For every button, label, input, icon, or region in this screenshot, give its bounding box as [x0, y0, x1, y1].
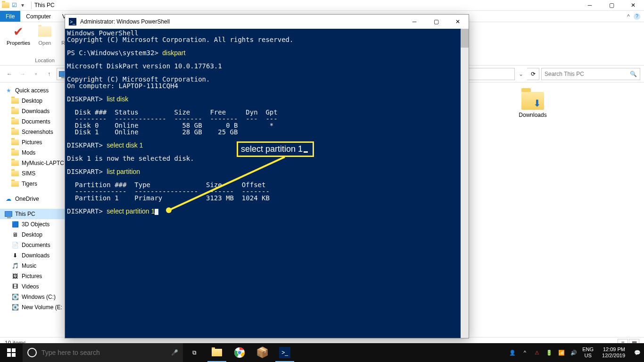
powershell-title: Administrator: Windows PowerShell [80, 18, 170, 25]
item-icon: 🎞 [11, 283, 19, 290]
explorer-icon [2, 1, 9, 9]
callout-text: select partition 1 [241, 144, 303, 154]
mic-icon[interactable]: 🎤 [171, 349, 178, 356]
ribbon-help-icon[interactable]: ? [634, 13, 640, 20]
item-icon: 🎵 [11, 262, 19, 270]
action-center-icon[interactable]: 💬 [634, 349, 641, 356]
nav-history-button[interactable]: ▾ [30, 68, 41, 80]
nav-forward-button[interactable]: → [17, 68, 28, 80]
star-icon: ★ [5, 87, 12, 94]
search-icon: 🔍 [630, 71, 637, 77]
tray-lang1[interactable]: ENG [582, 346, 594, 353]
ribbon-properties-button[interactable]: ✔ Properties [7, 24, 30, 46]
taskbar-search-input[interactable] [41, 349, 166, 356]
ps-minimize-button[interactable]: ─ [404, 15, 425, 29]
start-button[interactable] [0, 343, 23, 362]
taskview-icon: ⧉ [188, 346, 200, 359]
item-icon: 🟦 [11, 221, 19, 228]
folder-icon [11, 107, 19, 115]
item-icon: 🖼 [11, 272, 19, 280]
tray-clock[interactable]: 12:09 PM 12/2/2019 [598, 346, 629, 359]
svg-rect-3 [7, 353, 11, 357]
folder-icon [11, 139, 19, 146]
tray-lang2[interactable]: US [582, 353, 594, 359]
nav-up-button[interactable]: ↑ [43, 68, 55, 80]
refresh-button[interactable]: ⟳ [527, 68, 539, 80]
battery-icon[interactable]: 🔋 [545, 349, 553, 356]
tray-time: 12:09 PM [602, 346, 625, 353]
explorer-title: This PC [34, 2, 55, 8]
svg-rect-4 [12, 353, 16, 357]
ribbon-tab-computer[interactable]: Computer [20, 11, 57, 22]
explorer-taskbar-icon [211, 346, 223, 359]
item-icon: 📄 [11, 241, 19, 249]
security-icon[interactable]: ⚠ [533, 349, 541, 356]
svg-rect-1 [7, 348, 11, 352]
tray-overflow-icon[interactable]: ^ [521, 349, 528, 356]
cortana-icon [27, 348, 37, 357]
qat-properties-icon[interactable]: ☑ [10, 1, 18, 9]
thispc-icon [5, 210, 12, 218]
explorer-maximize-button[interactable]: ▢ [601, 0, 622, 11]
system-tray: 👤 ^ ⚠ 🔋 📶 🔊 ENG US 12:09 PM 12/2/2019 💬 [506, 343, 644, 362]
item-icon: 💽 [11, 304, 19, 311]
powershell-icon: >_ [69, 18, 76, 25]
ribbon-open-button[interactable]: Open [33, 24, 57, 46]
tray-date: 12/2/2019 [602, 353, 625, 359]
taskbar-app-generic[interactable]: 📦 [251, 343, 273, 362]
folder-icon [11, 159, 19, 167]
open-icon [37, 24, 52, 39]
volume-icon[interactable]: 🔊 [570, 349, 578, 356]
folder-icon [11, 128, 19, 136]
item-icon: 🖥 [11, 231, 19, 239]
powershell-titlebar[interactable]: >_ Administrator: Windows PowerShell ─ ▢… [65, 15, 469, 29]
download-arrow-icon: ⬇ [533, 98, 541, 109]
people-icon[interactable]: 👤 [509, 349, 516, 356]
ps-close-button[interactable]: ✕ [447, 15, 469, 29]
qat-dropdown-icon[interactable]: ▾ [19, 1, 26, 9]
properties-icon: ✔ [11, 24, 26, 39]
task-view-button[interactable]: ⧉ [183, 343, 206, 362]
svg-point-7 [238, 351, 241, 354]
powershell-body[interactable]: Windows PowerShell Copyright (C) Microso… [65, 29, 469, 338]
box-icon: 📦 [256, 346, 268, 359]
folder-icon [11, 97, 19, 105]
svg-rect-2 [12, 348, 16, 352]
folder-icon [11, 118, 19, 125]
callout-box: select partition 1 [237, 141, 314, 157]
powershell-taskbar-icon: >_ [279, 347, 290, 358]
wifi-icon[interactable]: 📶 [558, 349, 565, 356]
taskbar-app-explorer[interactable] [206, 343, 228, 362]
nav-back-button[interactable]: ← [4, 68, 15, 80]
ribbon-collapse-icon[interactable]: ^ [627, 13, 630, 20]
folder-icon [11, 149, 19, 156]
explorer-minimize-button[interactable]: ─ [579, 0, 601, 11]
taskbar: 🎤 ⧉ 📦 >_ 👤 ^ ⚠ 🔋 📶 🔊 ENG US 12:09 PM 12/… [0, 343, 644, 362]
folder-icon [11, 180, 19, 188]
ribbon-tab-file[interactable]: File [0, 11, 20, 22]
taskbar-search[interactable]: 🎤 [23, 343, 183, 362]
powershell-scrollbar[interactable] [461, 29, 469, 338]
callout-dot [166, 207, 172, 213]
powershell-output: Windows PowerShell Copyright (C) Microso… [65, 29, 469, 216]
ribbon-group-location-label: Location [35, 58, 55, 63]
search-input[interactable] [545, 71, 630, 77]
item-icon: ⬇ [11, 252, 19, 259]
ps-maximize-button[interactable]: ▢ [425, 15, 447, 29]
chrome-icon [233, 346, 246, 359]
search-box[interactable]: 🔍 [541, 68, 640, 80]
onedrive-icon: ☁ [5, 195, 12, 203]
taskbar-app-powershell[interactable]: >_ [273, 343, 296, 362]
folder-icon [11, 170, 19, 177]
explorer-close-button[interactable]: ✕ [622, 0, 644, 11]
content-item-downloads[interactable]: ⬇ Downloads [509, 92, 556, 118]
content-item-label: Downloads [519, 112, 546, 118]
powershell-window: >_ Administrator: Windows PowerShell ─ ▢… [65, 14, 469, 338]
explorer-titlebar: ☑ ▾ This PC ─ ▢ ✕ [0, 0, 644, 11]
taskbar-app-chrome[interactable] [228, 343, 251, 362]
item-icon: 💽 [11, 293, 19, 301]
